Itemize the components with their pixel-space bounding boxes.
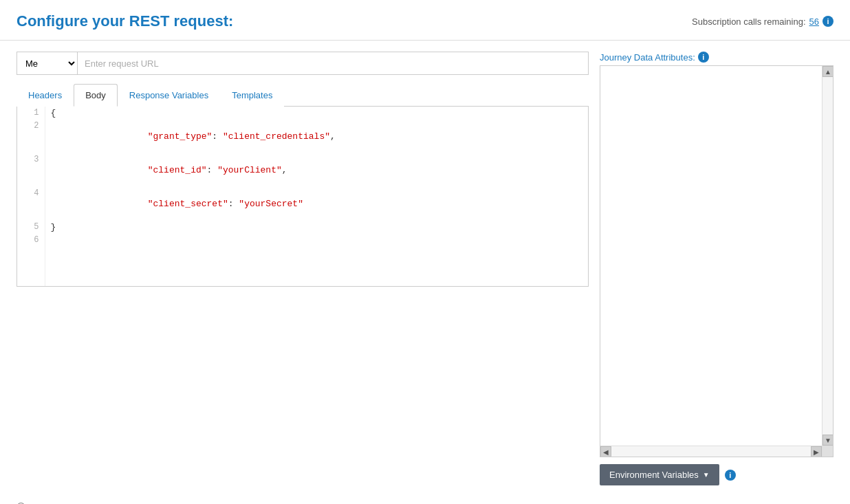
journey-data-info-icon[interactable]: i: [698, 52, 709, 63]
line-num: 2: [17, 120, 45, 153]
right-panel: Journey Data Attributes: i ▲ ▼ ◀ ▶ Envir…: [600, 52, 833, 485]
main-content: Me GET POST PUT DELETE PATCH Headers Bod…: [0, 41, 850, 496]
line-content: [45, 234, 588, 247]
line-content: "client_id": "yourClient",: [45, 153, 588, 187]
table-row: [17, 273, 588, 286]
scroll-down-arrow[interactable]: ▼: [822, 435, 833, 446]
journey-data-label: Journey Data Attributes: i: [600, 52, 833, 63]
code-table: 1 { 2 "grant_type": "client_credentials"…: [17, 107, 588, 286]
tab-templates[interactable]: Templates: [220, 84, 284, 107]
env-variables-button[interactable]: Environment Variables ▼: [600, 464, 719, 485]
table-row: 4 "client_secret": "yourSecret": [17, 187, 588, 221]
table-row: 1 {: [17, 107, 588, 120]
scroll-up-arrow[interactable]: ▲: [822, 66, 833, 77]
env-variables-section: Environment Variables ▼ i: [600, 464, 833, 485]
line-num: 4: [17, 187, 45, 221]
line-content: {: [45, 107, 588, 120]
table-row: [17, 247, 588, 260]
scroll-left-arrow[interactable]: ◀: [600, 446, 611, 457]
code-editor[interactable]: 1 { 2 "grant_type": "client_credentials"…: [17, 107, 589, 287]
table-row: 5 }: [17, 221, 588, 234]
scrollbar-corner: [822, 446, 833, 457]
scrollbar-horizontal[interactable]: ◀ ▶: [600, 446, 822, 457]
line-content: "grant_type": "client_credentials",: [45, 120, 588, 153]
line-num: 3: [17, 153, 45, 187]
journey-data-box: ▲ ▼ ◀ ▶: [600, 65, 833, 457]
subscription-info-icon[interactable]: i: [822, 16, 833, 27]
tabs-container: Headers Body Response Variables Template…: [17, 83, 589, 287]
line-num: 1: [17, 107, 45, 120]
table-row: 2 "grant_type": "client_credentials",: [17, 120, 588, 153]
tabs-row: Headers Body Response Variables Template…: [17, 83, 589, 107]
line-num: 5: [17, 221, 45, 234]
table-row: [17, 260, 588, 273]
scroll-right-arrow[interactable]: ▶: [811, 446, 822, 457]
table-row: 6: [17, 234, 588, 247]
scrollbar-vertical[interactable]: ▲ ▼: [822, 66, 833, 446]
tab-response-variables[interactable]: Response Variables: [118, 84, 220, 107]
left-panel: Me GET POST PUT DELETE PATCH Headers Bod…: [17, 52, 589, 485]
line-content: }: [45, 221, 588, 234]
env-variables-info-icon[interactable]: i: [725, 470, 736, 481]
line-num: 6: [17, 234, 45, 247]
radio-group: application/json application/x-www-form-…: [17, 496, 833, 504]
url-row: Me GET POST PUT DELETE PATCH: [17, 52, 589, 75]
line-content: "client_secret": "yourSecret": [45, 187, 588, 221]
dropdown-arrow-icon: ▼: [703, 471, 710, 479]
tab-body[interactable]: Body: [74, 84, 118, 107]
method-select[interactable]: Me GET POST PUT DELETE PATCH: [17, 52, 77, 75]
tab-headers[interactable]: Headers: [17, 84, 74, 107]
subscription-label: Subscription calls remaining:: [692, 17, 805, 27]
bottom-section: application/json application/x-www-form-…: [0, 496, 850, 504]
url-input[interactable]: [77, 52, 589, 75]
table-row: 3 "client_id": "yourClient",: [17, 153, 588, 187]
top-bar: Configure your REST request: Subscriptio…: [0, 0, 850, 41]
subscription-count[interactable]: 56: [809, 17, 819, 27]
subscription-info: Subscription calls remaining: 56 i: [692, 16, 833, 27]
page-title: Configure your REST request:: [17, 12, 233, 30]
env-variables-label: Environment Variables: [609, 470, 699, 480]
